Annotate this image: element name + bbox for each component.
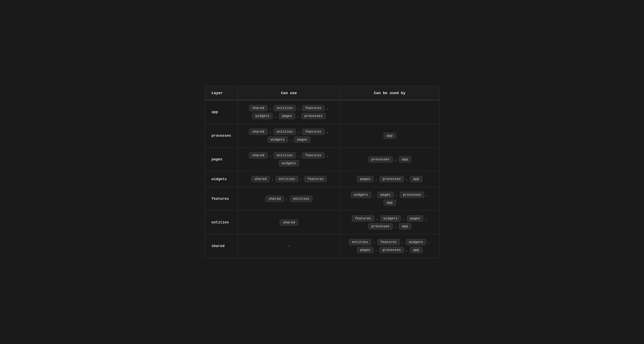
tag-item: processes [400,192,424,198]
tag-separator: , [298,154,300,157]
tag-item: features [302,129,324,135]
tag-item: widgets [252,113,273,119]
table-row: processesshared,entities,features,widget… [205,124,439,148]
tag-item: shared [251,176,270,182]
can-use-cell: shared,entities,features,widgets,pages [238,124,340,148]
tag-separator: , [376,177,378,181]
header-layer: Layer [205,86,238,100]
tag-separator: , [373,240,375,244]
tag-separator: , [300,177,302,181]
tag-separator: , [275,114,277,118]
tags-container: shared,entities,features,widgets [245,152,334,166]
tag-item: app [410,247,422,253]
tag-item: widgets [279,160,299,166]
can-use-cell: shared,entities,features,widgets [238,148,340,171]
layer-cell: entities [205,211,238,234]
tag-separator: , [396,193,398,197]
tag-item: shared [249,152,268,158]
tag-item: entities [274,152,296,158]
tag-item: entities [276,176,298,182]
tag-item: pages [377,192,394,198]
table-row: pagesshared,entities,features,widgetspro… [205,148,439,171]
tags-container: shared,entities,features,widgets,pages,p… [245,105,334,119]
tag-item: pages [279,113,295,119]
tags-container: processes,app [347,156,432,162]
table-row: shared-entities,features,widgets,pages,p… [205,234,439,258]
tag-separator: , [376,216,378,220]
layer-cell: app [205,100,238,124]
tags-container: features,widgets,pages,processes,app [347,215,432,230]
can-be-used-by-cell: app [340,124,439,148]
header-can-be-used-by: Can be used by [340,86,439,100]
tags-container: entities,features,widgets,pages,processe… [347,239,432,253]
tag-item: app [410,176,422,182]
empty-dash: - [288,244,290,248]
tag-separator: , [395,158,397,161]
table-row: appshared,entities,features,widgets,page… [205,100,439,124]
table-row: widgetsshared,entities,featurespages,pro… [205,171,439,187]
layer-cell: shared [205,234,238,258]
tag-item: pages [407,215,423,222]
tags-container: shared,entities,features,widgets,pages [245,129,334,143]
tag-separator: , [270,154,272,157]
can-use-cell: shared,entities [238,187,340,211]
tag-item: app [399,223,411,230]
can-be-used-by-cell: processes,app [340,148,439,171]
tag-separator: , [326,154,328,157]
tag-item: features [302,105,324,111]
header-can-use: Can use [238,86,340,100]
main-table-container: Layer Can use Can be used by appshared,e… [204,86,440,258]
tag-item: processes [368,223,393,230]
tag-item: processes [301,113,326,119]
tag-item: entities [274,105,296,111]
tag-separator: , [270,106,272,110]
tag-item: processes [380,247,404,253]
can-use-cell: shared,entities,features [238,171,340,187]
tag-separator: , [376,248,378,252]
can-use-cell: - [238,234,340,258]
can-be-used-by-cell: features,widgets,pages,processes,app [340,211,439,234]
tag-item: pages [294,136,310,143]
tag-separator: , [425,216,427,220]
tag-item: pages [357,176,374,182]
tags-container: widgets,pages,processes,app [347,192,432,206]
tag-item: widgets [268,136,288,143]
table-header-row: Layer Can use Can be used by [205,86,439,100]
tags-container: shared,entities,features [245,176,334,182]
tag-separator: , [403,216,405,220]
tag-separator: , [426,193,428,197]
tag-separator: , [395,224,397,228]
tag-item: processes [368,156,393,162]
tag-item: entities [290,196,312,202]
tag-item: processes [380,176,404,182]
can-use-cell: shared,entities,features,widgets,pages,p… [238,100,340,124]
tag-separator: , [326,106,328,110]
tag-item: entities [274,129,296,135]
tag-item: shared [249,105,268,111]
tag-separator: , [406,177,408,181]
tag-item: features [352,215,374,222]
tag-item: widgets [380,215,401,222]
layer-cell: pages [205,148,238,171]
tag-item: features [302,152,324,158]
tag-item: features [304,176,327,182]
tag-item: app [399,156,411,162]
can-be-used-by-cell: widgets,pages,processes,app [340,187,439,211]
empty-dash: - [388,110,391,114]
tag-separator: , [373,193,375,197]
can-use-cell: shared [238,211,340,234]
table-row: entitiessharedfeatures,widgets,pages,pro… [205,211,439,234]
tags-container: app [347,133,432,139]
tag-separator: , [326,130,328,134]
can-be-used-by-cell: entities,features,widgets,pages,processe… [340,234,439,258]
tag-separator: , [428,240,430,244]
tag-item: features [377,239,400,245]
tag-item: shared [280,220,298,226]
tag-item: entities [349,239,371,245]
tag-item: shared [266,196,284,202]
tag-separator: , [406,248,408,252]
table-row: featuresshared,entitieswidgets,pages,pro… [205,187,439,211]
layers-table: Layer Can use Can be used by appshared,e… [205,86,439,258]
can-be-used-by-cell: pages,processes,app [340,171,439,187]
layer-cell: features [205,187,238,211]
